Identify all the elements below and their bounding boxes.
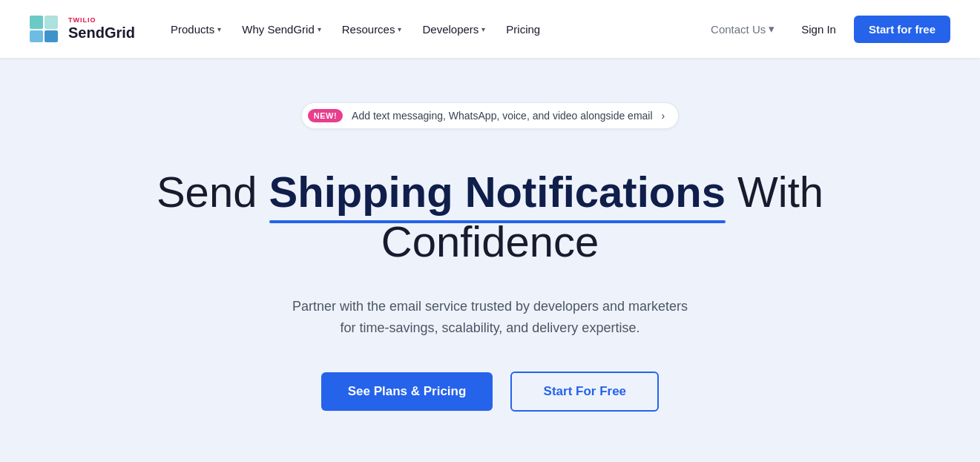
chevron-down-icon: ▾ [217, 25, 221, 33]
hero-subtext: Partner with the email service trusted b… [292, 296, 688, 339]
heading-start: Send [157, 168, 269, 216]
nav-links: Products ▾ Why SendGrid ▾ Resources ▾ De… [162, 17, 702, 42]
heading-bold: Shipping Notifications [269, 168, 726, 217]
svg-rect-3 [45, 30, 58, 42]
nav-item-products[interactable]: Products ▾ [162, 17, 230, 42]
navbar: TWILIO SendGrid Products ▾ Why SendGrid … [0, 0, 980, 58]
chevron-down-icon: ▾ [318, 25, 321, 33]
start-for-free-button[interactable]: Start For Free [510, 372, 659, 412]
chevron-down-icon: ▾ [769, 22, 775, 36]
logo[interactable]: TWILIO SendGrid [30, 16, 135, 42]
nav-item-developers[interactable]: Developers ▾ [413, 17, 494, 42]
nav-item-pricing[interactable]: Pricing [497, 17, 549, 42]
chevron-down-icon: ▾ [398, 25, 401, 33]
new-badge: NEW! [308, 109, 343, 122]
brand-label: TWILIO [68, 17, 135, 24]
start-for-free-nav-button[interactable]: Start for free [854, 16, 950, 43]
nav-item-resources[interactable]: Resources ▾ [333, 17, 411, 42]
svg-rect-0 [30, 16, 43, 29]
arrow-icon: › [662, 110, 665, 122]
contact-us-button[interactable]: Contact Us ▾ [702, 16, 783, 42]
see-plans-pricing-button[interactable]: See Plans & Pricing [321, 372, 493, 411]
svg-rect-2 [30, 30, 43, 42]
hero-heading: Send Shipping Notifications With Confide… [157, 168, 824, 266]
announcement-text: Add text messaging, WhatsApp, voice, and… [352, 110, 652, 122]
nav-right: Contact Us ▾ Sign In Start for free [702, 16, 950, 43]
product-label: SendGrid [68, 24, 135, 41]
chevron-down-icon: ▾ [481, 25, 485, 33]
hero-section: NEW! Add text messaging, WhatsApp, voice… [0, 58, 980, 462]
announcement-banner[interactable]: NEW! Add text messaging, WhatsApp, voice… [301, 102, 679, 129]
cta-buttons: See Plans & Pricing Start For Free [321, 372, 660, 412]
sign-in-button[interactable]: Sign In [789, 17, 848, 42]
nav-item-whysendgrid[interactable]: Why SendGrid ▾ [233, 17, 330, 42]
svg-rect-1 [45, 16, 58, 29]
